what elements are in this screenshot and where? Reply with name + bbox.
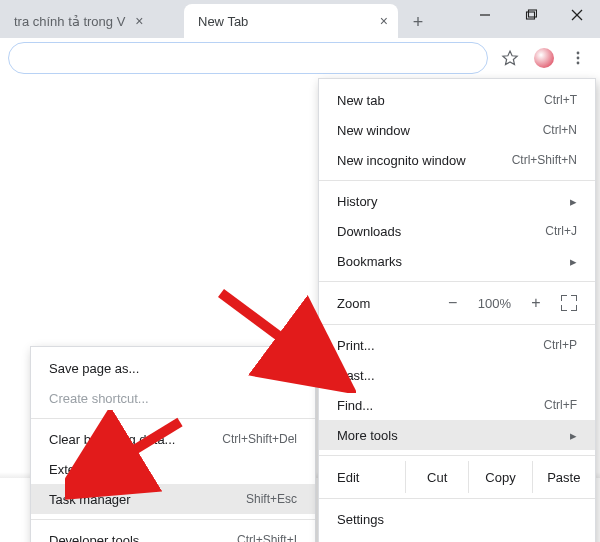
cut-button[interactable]: Cut [405,461,468,493]
menu-item-developer-tools[interactable]: Developer tools Ctrl+Shift+I [31,525,315,542]
shortcut: Ctrl+J [545,224,577,238]
menu-item-edit: Edit Cut Copy Paste [319,461,595,493]
tab-title: New Tab [198,14,248,29]
menu-item-label: New incognito window [337,153,466,168]
separator [31,519,315,520]
svg-point-6 [577,52,580,55]
menu-item-new-tab[interactable]: New tab Ctrl+T [319,85,595,115]
menu-item-print[interactable]: Print... Ctrl+P [319,330,595,360]
menu-item-label: Developer tools [49,533,139,543]
separator [319,180,595,181]
separator [319,324,595,325]
menu-button[interactable] [564,44,592,72]
shortcut: Ctrl+N [543,123,577,137]
paste-button[interactable]: Paste [532,461,595,493]
svg-line-10 [85,422,180,480]
menu-item-bookmarks[interactable]: Bookmarks ▸ [319,246,595,276]
shortcut: Shift+Esc [246,492,297,506]
menu-item-label: History [337,194,377,209]
shortcut: Ctrl+T [544,93,577,107]
menu-item-find[interactable]: Find... Ctrl+F [319,390,595,420]
menu-item-cast[interactable]: Cast... [319,360,595,390]
shortcut: Ctrl+Shift+Del [222,432,297,446]
fullscreen-icon[interactable] [561,295,577,311]
menu-item-help[interactable]: Help ▸ [319,534,595,542]
menu-item-new-window[interactable]: New window Ctrl+N [319,115,595,145]
minimize-button[interactable] [462,0,508,30]
separator [319,498,595,499]
svg-point-7 [577,57,580,60]
annotation-arrow [206,283,356,393]
svg-point-8 [577,62,580,65]
menu-item-label: New tab [337,93,385,108]
menu-item-label: Create shortcut... [49,391,149,406]
menu-item-label: Save page as... [49,361,139,376]
menu-item-more-tools[interactable]: More tools ▸ [319,420,595,450]
maximize-button[interactable] [508,0,554,30]
annotation-arrow [65,410,195,500]
tab-active[interactable]: New Tab × [184,4,398,38]
shortcut: Ctrl+P [543,338,577,352]
bookmark-star-icon[interactable] [496,44,524,72]
menu-item-label: Settings [337,512,384,527]
shortcut: Ctrl+Shift+N [512,153,577,167]
submenu-arrow-icon: ▸ [570,194,577,209]
tab-title: tra chính tả trong V [14,14,125,29]
separator [319,455,595,456]
toolbar [0,38,600,78]
separator [319,281,595,282]
zoom-value: 100% [478,296,511,311]
tab-strip: tra chính tả trong V × New Tab × + [0,0,600,38]
close-icon[interactable]: × [380,13,388,29]
shortcut: Ctrl+F [544,398,577,412]
svg-rect-1 [527,12,535,19]
menu-item-label: Edit [319,470,405,485]
submenu-arrow-icon: ▸ [570,428,577,443]
tab-inactive[interactable]: tra chính tả trong V × [0,4,184,38]
zoom-in-button[interactable]: + [529,294,543,312]
extension-icon[interactable] [530,44,558,72]
close-window-button[interactable] [554,0,600,30]
copy-button[interactable]: Copy [468,461,531,493]
menu-item-history[interactable]: History ▸ [319,186,595,216]
menu-item-zoom: Zoom − 100% + [319,287,595,319]
menu-item-label: More tools [337,428,398,443]
submenu-arrow-icon: ▸ [570,254,577,269]
menu-item-label: New window [337,123,410,138]
menu-item-label: Bookmarks [337,254,402,269]
svg-marker-5 [503,51,517,65]
address-bar[interactable] [8,42,488,74]
shortcut: Ctrl+Shift+I [237,533,297,542]
menu-item-label: Downloads [337,224,401,239]
menu-item-downloads[interactable]: Downloads Ctrl+J [319,216,595,246]
svg-line-9 [221,293,326,371]
window-controls [462,0,600,38]
menu-item-label: Find... [337,398,373,413]
menu-item-settings[interactable]: Settings [319,504,595,534]
close-icon[interactable]: × [135,13,143,29]
new-tab-button[interactable]: + [402,6,434,38]
main-menu: New tab Ctrl+T New window Ctrl+N New inc… [318,78,596,542]
svg-rect-2 [529,10,537,17]
menu-item-new-incognito[interactable]: New incognito window Ctrl+Shift+N [319,145,595,175]
zoom-out-button[interactable]: − [446,294,460,312]
